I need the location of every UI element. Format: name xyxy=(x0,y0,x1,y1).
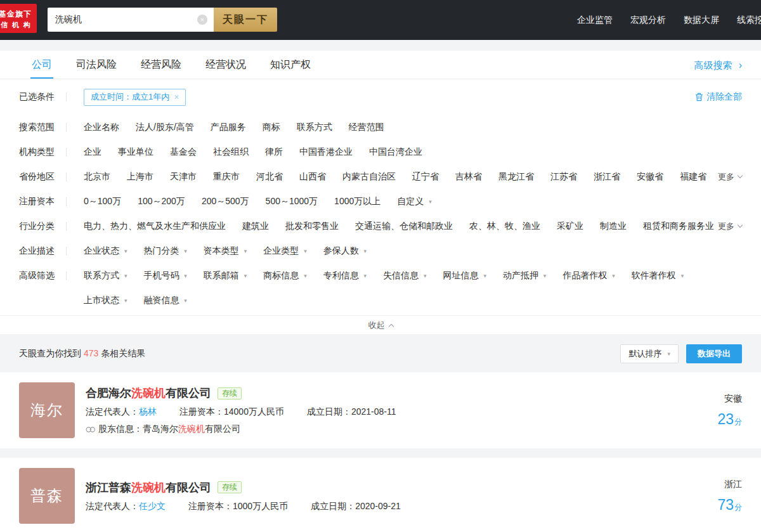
tab[interactable]: 知识产权 xyxy=(269,51,312,79)
filter-dropdown[interactable]: 联系方式 ▾ xyxy=(84,270,127,282)
filter-option[interactable]: 浙江省 xyxy=(594,171,620,183)
selected-filter-tag[interactable]: 成立时间：成立1年内 × xyxy=(84,89,186,106)
sort-dropdown[interactable]: 默认排序 ▾ xyxy=(620,344,679,363)
filter-option[interactable]: 基金会 xyxy=(170,146,197,158)
filter-dropdown[interactable]: 资本类型 ▾ xyxy=(204,245,247,257)
results-list: 海尔 合肥海尔洗碗机有限公司 存续 法定代表人：杨林 注册资本：14000万人民… xyxy=(0,372,761,532)
tab[interactable]: 经营状况 xyxy=(204,51,247,79)
more-industries-button[interactable]: 更多 xyxy=(718,221,742,232)
filter-option[interactable]: 上海市 xyxy=(127,171,153,183)
filter-option[interactable]: 企业名称 xyxy=(84,122,119,133)
filter-option[interactable]: 批发和零售业 xyxy=(285,221,339,232)
topnav-item[interactable]: 数据大屏 xyxy=(684,15,719,26)
filter-row-company-description: 企业描述 企业状态 ▾ 热门分类 ▾ 资本类型 ▾ 企业类型 ▾ 参保人数 ▾ xyxy=(19,238,742,263)
filter-dropdown[interactable]: 上市状态 ▾ xyxy=(84,295,127,306)
clear-search-icon[interactable]: × xyxy=(197,15,207,25)
filter-option[interactable]: 吉林省 xyxy=(455,171,482,183)
filter-dropdown[interactable]: 融资信息 ▾ xyxy=(143,295,186,306)
filter-option[interactable]: 产品服务 xyxy=(211,122,246,133)
company-logo[interactable]: 海尔 xyxy=(19,382,75,438)
divider xyxy=(66,222,67,231)
filter-dropdown[interactable]: 专利信息 ▾ xyxy=(323,270,367,282)
selected-conditions-row: 已选条件 成立时间：成立1年内 × 清除全部 xyxy=(19,79,742,115)
results-header: 天眼查为你找到473条相关结果 默认排序 ▾ 数据导出 xyxy=(19,344,742,363)
filter-option[interactable]: 内蒙古自治区 xyxy=(342,171,396,183)
filter-option[interactable]: 0～100万 xyxy=(84,196,121,207)
filter-option[interactable]: 500～1000万 xyxy=(266,196,318,207)
more-provinces-button[interactable]: 更多 xyxy=(718,171,742,183)
caret-down-icon: ▾ xyxy=(124,248,127,254)
filter-option[interactable]: 制造业 xyxy=(600,221,627,232)
filter-option[interactable]: 中国台湾企业 xyxy=(369,146,422,158)
filter-dropdown[interactable]: 作品著作权 ▾ xyxy=(563,270,615,282)
filter-option[interactable]: 辽宁省 xyxy=(412,171,439,183)
filter-option[interactable]: 社会组织 xyxy=(213,146,249,158)
company-name-link[interactable]: 合肥海尔洗碗机有限公司 xyxy=(86,386,211,401)
filter-dropdown[interactable]: 企业状态 ▾ xyxy=(84,245,127,257)
collapse-button[interactable]: 收起 xyxy=(0,315,761,334)
filter-dropdown[interactable]: 手机号码 ▾ xyxy=(143,270,186,282)
company-region: 浙江 xyxy=(724,479,742,490)
filter-option[interactable]: 江苏省 xyxy=(550,171,577,183)
filter-dropdown[interactable]: 网址信息 ▾ xyxy=(443,270,486,282)
company-score[interactable]: 23分 xyxy=(717,411,742,428)
filter-option[interactable]: 200～500万 xyxy=(202,196,249,207)
company-card: 普森 浙江普森洗碗机有限公司 存续 法定代表人：任少文 注册资本：1000万人民… xyxy=(0,458,761,532)
filter-option[interactable]: 电力、热力、燃气及水生产和供应业 xyxy=(84,221,226,232)
filter-option[interactable]: 律所 xyxy=(265,146,283,158)
filter-dropdown[interactable]: 失信信息 ▾ xyxy=(383,270,426,282)
legal-representative-link[interactable]: 杨林 xyxy=(139,406,157,417)
filter-dropdown[interactable]: 软件著作权 ▾ xyxy=(632,270,684,282)
filter-option[interactable]: 事业单位 xyxy=(118,146,153,158)
filter-dropdown[interactable]: 动产抵押 ▾ xyxy=(503,270,546,282)
filter-dropdown[interactable]: 参保人数 ▾ xyxy=(323,245,367,257)
filter-option[interactable]: 山西省 xyxy=(299,171,326,183)
filter-option[interactable]: 天津市 xyxy=(170,171,197,183)
advanced-search-link[interactable]: 高级搜索 › xyxy=(694,51,743,79)
filter-option[interactable]: 联系方式 xyxy=(297,122,332,133)
filter-option[interactable]: 黑龙江省 xyxy=(498,171,534,183)
filter-dropdown[interactable]: 联系邮箱 ▾ xyxy=(204,270,247,282)
search-button[interactable]: 天眼一下 xyxy=(214,8,277,32)
caret-down-icon: ▾ xyxy=(364,273,367,279)
filter-option[interactable]: 建筑业 xyxy=(242,221,269,232)
filter-option[interactable]: 商标 xyxy=(263,122,280,133)
remove-tag-icon[interactable]: × xyxy=(174,92,179,102)
topnav-item[interactable]: 企业监管 xyxy=(577,15,613,26)
clear-all-button[interactable]: 清除全部 xyxy=(695,91,742,103)
filter-dropdown[interactable]: 企业类型 ▾ xyxy=(263,245,306,257)
tab[interactable]: 司法风险 xyxy=(75,51,118,79)
filter-option[interactable]: 1000万以上 xyxy=(334,196,380,207)
filter-option[interactable]: 采矿业 xyxy=(557,221,583,232)
filter-option[interactable]: 福建省 xyxy=(680,171,706,183)
topnav-item[interactable]: 线索挖掘 xyxy=(737,15,761,26)
export-button[interactable]: 数据导出 xyxy=(686,344,742,363)
filter-label: 注册资本 xyxy=(19,196,57,207)
filter-dropdown[interactable]: 商标信息 ▾ xyxy=(263,270,306,282)
search-input[interactable] xyxy=(48,8,214,32)
filter-option[interactable]: 农、林、牧、渔业 xyxy=(469,221,540,232)
filter-option[interactable]: 河北省 xyxy=(256,171,283,183)
topnav-item[interactable]: 宏观分析 xyxy=(630,15,666,26)
filter-option[interactable]: 100～200万 xyxy=(138,196,185,207)
top-navigation: 企业监管宏观分析数据大屏线索挖掘 xyxy=(577,0,761,40)
filter-option[interactable]: 法人/股东/高管 xyxy=(136,122,194,133)
custom-capital-dropdown[interactable]: 自定义 ▾ xyxy=(397,196,431,207)
filter-option[interactable]: 租赁和商务服务业 xyxy=(643,221,714,232)
registered-capital: 注册资本：1000万人民币 xyxy=(188,501,288,512)
filter-option[interactable]: 北京市 xyxy=(84,171,110,183)
tab[interactable]: 经营风险 xyxy=(140,51,183,79)
filter-dropdown[interactable]: 热门分类 ▾ xyxy=(143,245,186,257)
filter-option[interactable]: 企业 xyxy=(84,146,101,158)
company-name-link[interactable]: 浙江普森洗碗机有限公司 xyxy=(86,480,211,495)
company-score[interactable]: 73分 xyxy=(717,496,742,514)
tab[interactable]: 公司 xyxy=(30,51,53,79)
filter-option[interactable]: 安徽省 xyxy=(637,171,663,183)
filter-option[interactable]: 中国香港企业 xyxy=(299,146,353,158)
company-logo[interactable]: 普森 xyxy=(19,468,75,524)
filter-option[interactable]: 经营范围 xyxy=(349,122,384,133)
legal-representative-link[interactable]: 任少文 xyxy=(139,501,166,511)
trash-icon xyxy=(695,93,703,101)
filter-option[interactable]: 重庆市 xyxy=(213,171,240,183)
filter-option[interactable]: 交通运输、仓储和邮政业 xyxy=(355,221,453,232)
